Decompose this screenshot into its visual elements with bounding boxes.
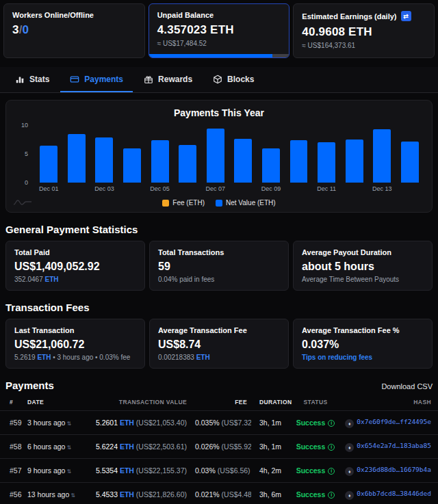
- payment-value: 5.6224 ETH (US$22,503.61): [88, 435, 191, 459]
- unpaid-progress-bar: [149, 54, 289, 57]
- y-tick-label: 10: [21, 122, 28, 129]
- chart-bar[interactable]: [234, 139, 252, 183]
- payments-title: Payments: [5, 380, 54, 391]
- time-toggle-icon[interactable]: ⇅: [66, 421, 71, 427]
- workers-offline-count: 0: [23, 23, 29, 36]
- eth-icon: ♦: [345, 419, 354, 428]
- rewards-icon: [144, 75, 153, 84]
- avg-payout-duration-value: about 5 hours: [302, 261, 424, 273]
- payment-hash[interactable]: ♦0x6bb7dcd8…38446ded: [340, 483, 438, 504]
- chart-bar[interactable]: [346, 140, 363, 183]
- payment-hash[interactable]: ♦0x7e60f9de…ff24495e: [340, 411, 438, 435]
- time-toggle-icon[interactable]: ⇅: [66, 445, 71, 451]
- payment-hash[interactable]: ♦0x654e2a7d…183aba85: [340, 435, 438, 459]
- unpaid-balance-card: Unpaid Balance 4.357023 ETH ≈ US$17,484.…: [149, 3, 290, 58]
- col-value: Transaction value: [88, 394, 191, 411]
- info-icon[interactable]: i: [328, 468, 335, 475]
- workers-value: 3/0: [12, 23, 136, 37]
- x-tick-label: Dec 11: [313, 185, 341, 192]
- last-transaction-sub: 5.2619 ETH • 3 hours ago • 0.03% fee: [14, 354, 136, 361]
- fee-tips-link[interactable]: Tips on reducing fees: [302, 354, 372, 361]
- estimated-earnings-card: Estimated Earnings (daily) ⇄ 40.9608 ETH…: [293, 3, 435, 58]
- x-tick-label: [174, 185, 202, 192]
- estimated-earnings-usd: ≈ US$164,373.61: [302, 42, 426, 49]
- eth-icon: ♦: [345, 491, 354, 500]
- download-csv-link[interactable]: Download CSV: [381, 382, 433, 390]
- col-date: Date: [23, 394, 88, 411]
- time-toggle-icon[interactable]: ⇅: [70, 492, 75, 499]
- chart-bar[interactable]: [123, 148, 141, 183]
- chart-bar[interactable]: [207, 129, 224, 183]
- chart-bar[interactable]: [151, 140, 169, 183]
- avg-transaction-fee-label: Average Transaction Fee: [158, 326, 280, 334]
- chart-bars: [35, 125, 424, 183]
- payment-value: 5.5354 ETH (US$22,155.37): [88, 459, 191, 483]
- workers-card: Workers Online/Offline 3/0: [3, 3, 145, 58]
- time-toggle-icon[interactable]: ⇅: [66, 468, 71, 475]
- tab-bar: Stats Payments Rewards Blocks: [0, 67, 438, 93]
- col-number: #: [0, 394, 23, 411]
- chart-bar[interactable]: [40, 146, 57, 183]
- fee-swatch-icon: [162, 200, 169, 207]
- payment-fee: 0.021% (US$4.48): [191, 483, 251, 504]
- currency-toggle-icon[interactable]: ⇄: [401, 11, 411, 21]
- info-icon[interactable]: i: [328, 444, 335, 451]
- tab-blocks[interactable]: Blocks: [203, 67, 263, 92]
- col-hash: Hash: [340, 394, 438, 411]
- payments-icon: [70, 75, 79, 84]
- payment-date: 9 hours ago⇅: [23, 459, 88, 483]
- unpaid-progress-fill: [149, 54, 272, 57]
- payment-hash[interactable]: ♦0x236d88db…16679b4a: [340, 459, 438, 483]
- table-row[interactable]: #59 3 hours ago⇅ 5.2601 ETH (US$21,053.4…: [0, 411, 438, 435]
- chart-bar[interactable]: [401, 142, 419, 183]
- avg-transaction-fee-value: US$8.74: [158, 339, 280, 351]
- avg-transaction-fee-card: Average Transaction Fee US$8.74 0.002183…: [149, 319, 289, 369]
- payment-number: #59: [0, 411, 23, 435]
- payment-status: Successi: [291, 459, 340, 483]
- summary-cards-row: Workers Online/Offline 3/0 Unpaid Balanc…: [0, 0, 438, 62]
- payment-status: Successi: [291, 411, 340, 435]
- avg-payout-duration-card: Average Payout Duration about 5 hours Av…: [293, 241, 433, 291]
- total-paid-label: Total Paid: [14, 248, 136, 256]
- info-icon[interactable]: i: [328, 420, 335, 427]
- tab-stats[interactable]: Stats: [5, 67, 59, 92]
- chart-y-axis: 0510: [14, 125, 32, 183]
- chart-bar[interactable]: [318, 142, 335, 183]
- chart-bar[interactable]: [95, 137, 113, 183]
- tab-blocks-label: Blocks: [227, 75, 254, 84]
- chart-legend: Fee (ETH) Net Value (ETH): [14, 199, 424, 207]
- tab-payments-label: Payments: [84, 75, 123, 84]
- chart-bar[interactable]: [179, 145, 196, 183]
- net-swatch-icon: [216, 200, 222, 207]
- tab-rewards[interactable]: Rewards: [134, 67, 202, 92]
- chart-bar[interactable]: [373, 129, 391, 183]
- chart-bar[interactable]: [290, 140, 308, 183]
- legend-item-net[interactable]: Net Value (ETH): [216, 199, 276, 207]
- col-status: Status: [291, 394, 340, 411]
- payment-fee: 0.035% (US$7.32): [191, 411, 251, 435]
- table-row[interactable]: #57 9 hours ago⇅ 5.5354 ETH (US$22,155.3…: [0, 459, 438, 483]
- payment-duration: 4h, 2m: [251, 459, 291, 483]
- fees-section-title: Transaction Fees: [5, 302, 433, 313]
- stats-section-title: General Payment Statistics: [5, 224, 433, 235]
- tab-rewards-label: Rewards: [158, 75, 192, 84]
- table-row[interactable]: #58 6 hours ago⇅ 5.6224 ETH (US$22,503.6…: [0, 435, 438, 459]
- x-tick-label: [285, 185, 313, 192]
- avg-payout-duration-label: Average Payout Duration: [302, 248, 424, 256]
- info-icon[interactable]: i: [328, 492, 335, 499]
- payment-status: Successi: [291, 435, 340, 459]
- last-transaction-label: Last Transaction: [14, 326, 136, 334]
- payment-date: 3 hours ago⇅: [23, 411, 88, 435]
- legend-item-fee[interactable]: Fee (ETH): [162, 199, 205, 207]
- chart-bar[interactable]: [262, 148, 280, 183]
- workers-online-count: 3: [12, 23, 19, 36]
- stats-cards-row: Total Paid US$1,409,052.92 352.0467 ETH …: [5, 241, 433, 291]
- payments-chart-card: Payments This Year 0510 Dec 01Dec 03Dec …: [5, 100, 433, 213]
- unpaid-balance-value: 4.357023 ETH: [157, 23, 281, 37]
- payment-value: 5.4533 ETH (US$21,826.60): [88, 483, 191, 504]
- table-row[interactable]: #56 13 hours ago⇅ 5.4533 ETH (US$21,826.…: [0, 483, 438, 504]
- chart-bar[interactable]: [68, 134, 86, 183]
- payment-fee: 0.03% (US$6.56): [191, 459, 251, 483]
- fees-cards-row: Last Transaction US$21,060.72 5.2619 ETH…: [5, 319, 433, 369]
- tab-payments[interactable]: Payments: [60, 67, 133, 92]
